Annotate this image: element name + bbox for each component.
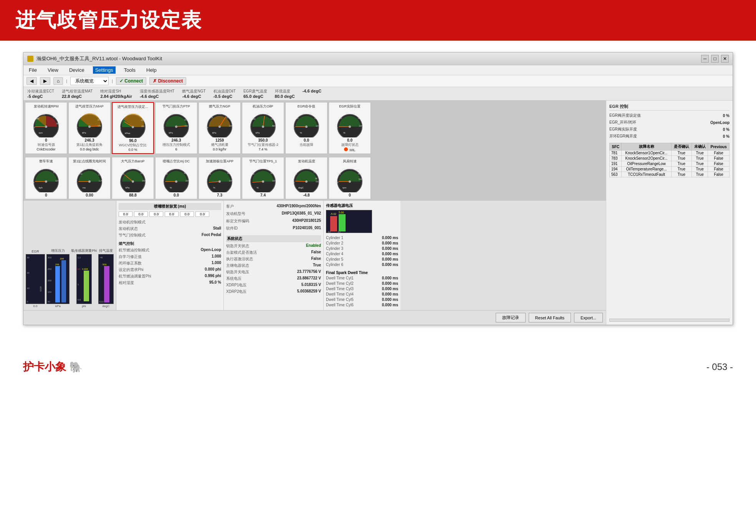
svg-text:40: 40 (258, 168, 261, 170)
gauge-map: 进气歧管压力MAP 0 175 200 225 250 (68, 102, 111, 154)
svg-text:60: 60 (179, 167, 182, 170)
menu-tools[interactable]: Tools (122, 66, 138, 74)
actual-phi-row: 机节燃油调量置Phi 0.996 phi (119, 273, 221, 280)
menu-device[interactable]: Device (67, 66, 87, 74)
svg-text:0: 0 (76, 126, 78, 129)
minimize-button[interactable]: ─ (701, 55, 709, 63)
boost-svg: 300 250 200 150 50 246 298 (47, 254, 70, 304)
cyl2-row: Cylinder 2 0.000 ms (326, 241, 398, 246)
svg-point-135 (262, 180, 264, 183)
svg-text:200: 200 (179, 112, 183, 115)
svg-text:4000: 4000 (355, 169, 359, 171)
gauge-fan-svg: 500 1000 1500 3500 4000 4500 5000 rpm (333, 165, 367, 192)
fuel-control-row: 机节燃油控制模式 Open-Loop (119, 247, 221, 254)
svg-text:30: 30 (32, 181, 35, 183)
svg-text:kph: kph (39, 187, 43, 189)
window-titlebar: 瀚柴OH6_中文服务工具_RV11.wtool - Woodward ToolK… (23, 53, 733, 65)
svg-point-74 (349, 126, 351, 128)
forward-button[interactable]: ▶ (40, 77, 50, 85)
exhaust-chart-block: 排气温度 -40 E13 500 degC (98, 248, 114, 308)
toolbar: ◀ ▶ ⌂ | 系统概览 | ✓ Connect ✗ Disconnect (23, 75, 733, 87)
table-row: 194 OilTemperatureRange... True True Fal… (610, 167, 730, 172)
svg-text:60: 60 (223, 167, 225, 170)
sensor-extra: -4.6 degC (303, 89, 322, 99)
xdrp1-row: XDRP1电压 5.018315 V (226, 282, 321, 289)
home-button[interactable]: ⌂ (53, 77, 63, 85)
table-row: 783 KnockSensor2OpenCir... True True Fal… (610, 156, 730, 161)
gauge-tps1: 节气门位置TPS_1 0 20 40 60 80 100 (242, 157, 284, 199)
scroll-area[interactable] (609, 319, 730, 322)
egr-svg: 30 20 10 0 EGR (26, 254, 45, 304)
svg-point-115 (175, 180, 177, 183)
bottom-section: EGR 30 20 10 0 (23, 201, 606, 310)
svg-text:200: 200 (48, 279, 52, 282)
calibration-row: 标定文件编码 430HP20180125 (226, 218, 321, 225)
sensor-mat: 进气歧管温度MAT 22.8 degC (62, 89, 93, 99)
dwell-cyl5-row: Dwell Time Cyl5 0.000 ms (326, 297, 398, 302)
svg-rect-184 (330, 216, 337, 231)
gauge-app-svg: 0 20 40 60 80 100 % (203, 165, 237, 192)
svg-point-125 (218, 180, 221, 183)
svg-text:48: 48 (308, 167, 310, 170)
svg-point-54 (262, 126, 264, 128)
svg-text:100: 100 (229, 180, 232, 182)
dwell-cyl1-row: Dwell Time Cyl1 0.000 ms (326, 276, 398, 281)
svg-text:1300: 1300 (229, 125, 233, 127)
disconnect-button[interactable]: ✗ Disconnect (149, 77, 186, 85)
injection-panel: 喷嘴喷射脉宽 (ms) 0.0 0.0 0.0 0.0 0.0 0.0 发动机控… (116, 201, 224, 310)
svg-text:0: 0 (119, 181, 120, 183)
demand-phi-row: 设定的需求Phi 0.000 phi (119, 267, 221, 273)
maximize-button[interactable]: □ (711, 55, 719, 63)
svg-text:80: 80 (184, 172, 186, 174)
egr-chart-block: EGR 30 20 10 0 (26, 249, 45, 308)
menu-settings[interactable]: Settings (93, 66, 116, 74)
egr-loop-row: EGR_开环/闭环 OpenLoop (609, 119, 730, 126)
back-button[interactable]: ◀ (26, 77, 37, 85)
svg-text:1.24: 1.24 (99, 180, 103, 182)
export-button[interactable]: Export... (574, 313, 603, 322)
menu-help[interactable]: Help (144, 66, 159, 74)
gauge-rpm: 发动机转速RPM 0 900 1500 2100 27 (25, 102, 67, 154)
svg-text:5000: 5000 (359, 178, 363, 180)
sensor-ect: 冷却液温度ECT -5 degC (27, 89, 54, 99)
table-row: 563 TCO1RxTimeoutFault True True False (610, 172, 730, 177)
closed-loop-row: 闭环修正系数 1.000 (119, 260, 221, 267)
fault-section: SFC 故障名称 是否确认 未确认 Previous 781 KnockSens… (609, 143, 730, 317)
svg-text:EGR: EGR (40, 286, 42, 291)
svg-text:80: 80 (358, 117, 360, 119)
svg-text:200: 200 (141, 172, 144, 174)
dwell-cyl6-row: Dwell Time Cyl6 0.000 ms (326, 302, 398, 308)
page-title: 进气歧管压力设定表 (15, 7, 202, 34)
svg-text:40: 40 (303, 112, 305, 115)
svg-text:E13: E13 (99, 301, 104, 303)
gauge-egr-cmd: EGR命令值 0 20 40 60 80 100 % (285, 102, 328, 154)
svg-text:4500: 4500 (358, 173, 362, 175)
connect-button[interactable]: ✓ Connect (116, 77, 146, 85)
svg-text:1: 1 (78, 283, 79, 286)
app-icon (27, 56, 33, 62)
svg-text:0.76: 0.76 (89, 167, 93, 170)
fault-history-button[interactable]: 故障记录 (496, 313, 526, 322)
exhaust-svg: -40 E13 500 (99, 254, 114, 304)
view-dropdown[interactable]: 系统概览 (70, 77, 109, 85)
menu-view[interactable]: View (45, 66, 61, 74)
svg-point-8 (45, 126, 47, 128)
svg-point-35 (175, 126, 177, 128)
reset-faults-button[interactable]: Reset All Faults (529, 313, 571, 322)
svg-text:1100: 1100 (226, 116, 230, 119)
gauge-rpm-svg: 0 900 1500 2100 2700 3000 rpm (29, 110, 63, 137)
window-title: 瀚柴OH6_中文服务工具_RV11.wtool - Woodward ToolK… (36, 55, 162, 62)
gauge-row-1: 发动机转速RPM 0 900 1500 2100 27 (23, 101, 606, 155)
svg-text:200: 200 (205, 126, 208, 129)
gauge-oilp-svg: 0 240 400 560 640 800 kPa (246, 110, 280, 137)
svg-point-84 (45, 180, 47, 183)
svg-rect-171 (61, 260, 66, 302)
close-button[interactable]: ✕ (721, 55, 729, 63)
window-body: 发动机转速RPM 0 900 1500 2100 27 (23, 101, 733, 325)
control-mode-row: 发动机控制模式 (119, 219, 221, 226)
menu-file[interactable]: File (26, 66, 39, 74)
svg-text:200: 200 (136, 113, 139, 115)
svg-text:0: 0 (249, 126, 250, 129)
page-footer: 护卡小象 🐘 - 053 - (0, 352, 756, 382)
svg-rect-185 (339, 214, 346, 231)
